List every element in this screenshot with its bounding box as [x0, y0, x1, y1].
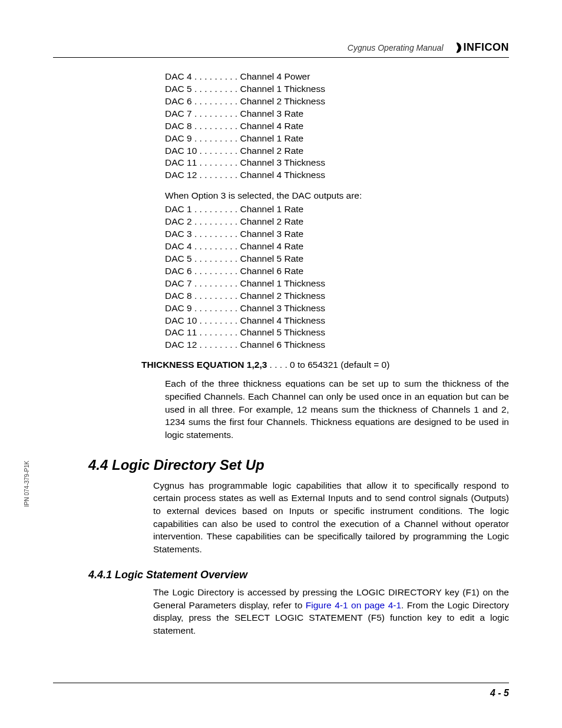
option3-intro: When Option 3 is selected, the DAC outpu… — [165, 190, 509, 202]
logo-icon — [451, 42, 462, 54]
dac-row: DAC 2 . . . . . . . . . Channel 2 Rate — [165, 216, 509, 228]
brand-name: INFICON — [464, 41, 510, 54]
dac-row: DAC 11 . . . . . . . . Channel 5 Thickne… — [165, 327, 509, 339]
subsection-body: The Logic Directory is accessed by press… — [153, 586, 509, 637]
dac-row: DAC 10 . . . . . . . . Channel 4 Thickne… — [165, 315, 509, 327]
dac-row: DAC 4 . . . . . . . . . Channel 4 Power — [165, 71, 509, 83]
dac-row: DAC 1 . . . . . . . . . Channel 1 Rate — [165, 203, 509, 216]
brand-logo: INFICON — [451, 41, 510, 54]
dac-row: DAC 5 . . . . . . . . . Channel 5 Rate — [165, 253, 509, 265]
dac-row: DAC 6 . . . . . . . . . Channel 6 Rate — [165, 265, 509, 278]
dac-row: DAC 8 . . . . . . . . . Channel 4 Rate — [165, 120, 509, 133]
parameter-description: Each of the three thickness equations ca… — [165, 377, 509, 441]
dac-row: DAC 10 . . . . . . . . Channel 2 Rate — [165, 145, 509, 157]
dac-row: DAC 12 . . . . . . . . Channel 6 Thickne… — [165, 339, 509, 351]
section-body: Cygnus has programmable logic capabiliti… — [153, 479, 509, 556]
dac-row: DAC 8 . . . . . . . . . Channel 2 Thickn… — [165, 290, 509, 302]
page-header: Cygnus Operating Manual INFICON — [53, 41, 509, 58]
dac-list-1: DAC 4 . . . . . . . . . Channel 4 PowerD… — [165, 71, 509, 351]
dac-row: DAC 11 . . . . . . . . Channel 3 Thickne… — [165, 157, 509, 169]
dac-row: DAC 9 . . . . . . . . . Channel 3 Thickn… — [165, 302, 509, 315]
dac-row: DAC 3 . . . . . . . . . Channel 3 Rate — [165, 228, 509, 241]
parameter-range: . . . . 0 to 654321 (default = 0) — [267, 360, 389, 370]
page-number: 4 - 5 — [490, 688, 509, 698]
page-footer: 4 - 5 — [53, 683, 509, 699]
parameter-heading: THICKNESS EQUATION 1,2,3 . . . . 0 to 65… — [141, 360, 509, 370]
dac-row: DAC 7 . . . . . . . . . Channel 3 Rate — [165, 108, 509, 120]
subsection-heading: 4.4.1 Logic Statement Overview — [88, 569, 509, 581]
figure-link[interactable]: Figure 4-1 on page 4-1 — [306, 600, 401, 610]
ipn-label: IPN 074-379-P1K — [24, 461, 30, 507]
dac-row: DAC 4 . . . . . . . . . Channel 4 Rate — [165, 241, 509, 253]
dac-row: DAC 5 . . . . . . . . . Channel 1 Thickn… — [165, 83, 509, 95]
dac-row: DAC 12 . . . . . . . . Channel 4 Thickne… — [165, 169, 509, 182]
dac-row: DAC 9 . . . . . . . . . Channel 1 Rate — [165, 133, 509, 145]
dac-row: DAC 7 . . . . . . . . . Channel 1 Thickn… — [165, 278, 509, 290]
manual-title: Cygnus Operating Manual — [348, 43, 444, 52]
parameter-name: THICKNESS EQUATION 1,2,3 — [141, 360, 267, 370]
dac-row: DAC 6 . . . . . . . . . Channel 2 Thickn… — [165, 95, 509, 108]
section-heading: 4.4 Logic Directory Set Up — [88, 457, 509, 473]
